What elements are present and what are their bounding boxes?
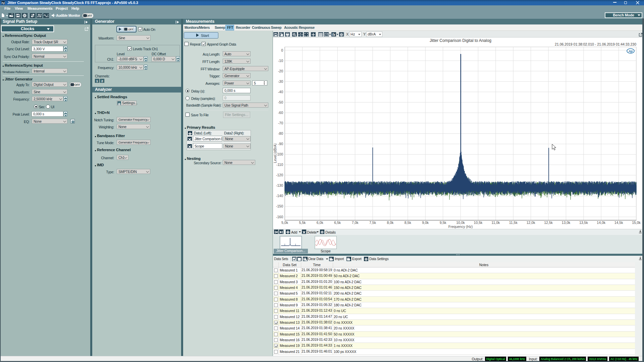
svg-text:0: 0 bbox=[281, 48, 283, 52]
svg-text:14,5k: 14,5k bbox=[614, 221, 623, 225]
svg-text:-40: -40 bbox=[278, 90, 283, 94]
svg-text:-120: -120 bbox=[276, 173, 283, 177]
svg-text:-70: -70 bbox=[278, 121, 283, 125]
svg-text:-50: -50 bbox=[278, 100, 283, 104]
svg-text:13,0k: 13,0k bbox=[562, 221, 571, 225]
svg-text:-140: -140 bbox=[276, 194, 283, 198]
svg-text:15,0k: 15,0k bbox=[632, 221, 641, 225]
svg-text:-110: -110 bbox=[276, 163, 283, 167]
svg-text:14,0k: 14,0k bbox=[597, 221, 605, 225]
svg-text:Level (dBrA): Level (dBrA) bbox=[273, 143, 277, 163]
svg-text:-60: -60 bbox=[278, 111, 283, 115]
svg-text:-10: -10 bbox=[278, 59, 283, 63]
svg-text:6,5k: 6,5k bbox=[334, 221, 341, 225]
svg-text:5,5k: 5,5k bbox=[299, 221, 306, 225]
svg-text:Jitter Comparison Digital to A: Jitter Comparison Digital to Analog bbox=[430, 38, 491, 43]
svg-text:7,5k: 7,5k bbox=[369, 221, 376, 225]
svg-text:9,0k: 9,0k bbox=[422, 221, 429, 225]
svg-text:Frequency (Hz): Frequency (Hz) bbox=[448, 225, 473, 229]
svg-text:10,5k: 10,5k bbox=[474, 221, 483, 225]
svg-text:-30: -30 bbox=[278, 79, 283, 83]
svg-text:13,5k: 13,5k bbox=[579, 221, 588, 225]
svg-text:21.06.2019 01:38:02.010 - 21.0: 21.06.2019 01:38:02.010 - 21.06.2019 01:… bbox=[555, 42, 636, 46]
svg-text:-160: -160 bbox=[276, 215, 283, 219]
svg-text:-130: -130 bbox=[276, 183, 283, 187]
svg-text:12,0k: 12,0k bbox=[527, 221, 535, 225]
svg-text:8,5k: 8,5k bbox=[405, 221, 412, 225]
svg-text:9,5k: 9,5k bbox=[440, 221, 447, 225]
svg-text:10,0k: 10,0k bbox=[456, 221, 465, 225]
svg-text:-150: -150 bbox=[276, 204, 283, 208]
svg-text:11,5k: 11,5k bbox=[509, 221, 518, 225]
svg-text:8,0k: 8,0k bbox=[387, 221, 394, 225]
svg-text:Ap: Ap bbox=[628, 49, 633, 53]
svg-text:5,0k: 5,0k bbox=[281, 221, 288, 225]
svg-text:7,0k: 7,0k bbox=[352, 221, 359, 225]
svg-text:12,5k: 12,5k bbox=[544, 221, 553, 225]
svg-text:-90: -90 bbox=[278, 142, 283, 146]
svg-text:-100: -100 bbox=[276, 152, 283, 156]
svg-text:-80: -80 bbox=[278, 131, 283, 135]
svg-text:fx: fx bbox=[332, 33, 335, 37]
svg-text:-20: -20 bbox=[278, 69, 283, 73]
svg-text:11,0k: 11,0k bbox=[491, 221, 500, 225]
svg-text:6,0k: 6,0k bbox=[317, 221, 324, 225]
